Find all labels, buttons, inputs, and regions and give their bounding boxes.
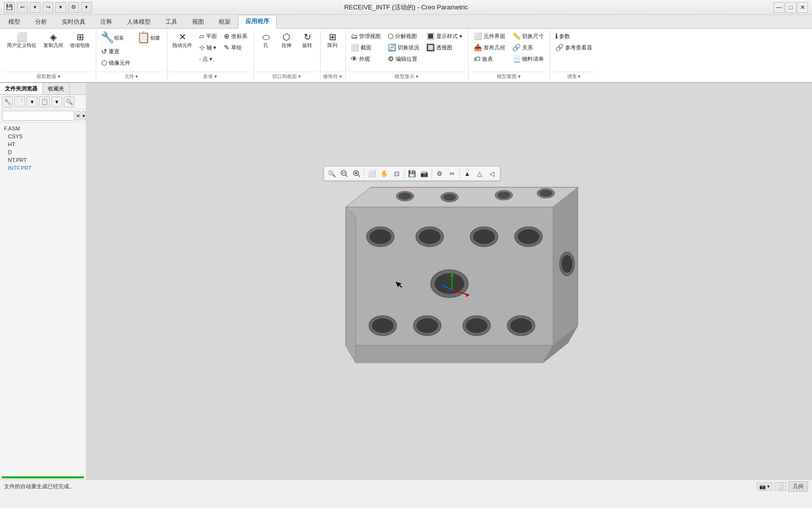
3d-viewport[interactable] (86, 83, 812, 479)
group-cut-surface: ⬭ 孔 ⬡ 拉伸 ↻ 旋转 切口和曲面 ▾ (254, 30, 321, 81)
status-message: 文件的自动重生成已经完成。 (4, 483, 75, 490)
camera-icon[interactable]: 📷▾ (757, 482, 772, 491)
maximize-button[interactable]: □ (785, 2, 796, 13)
relation-button[interactable]: 🔗 关系 (509, 42, 547, 53)
tab-analysis[interactable]: 分析 (28, 15, 54, 29)
tab-annotation[interactable]: 注释 (93, 15, 120, 29)
tab-tools[interactable]: 工具 (158, 15, 185, 29)
undo-button[interactable]: ↩ (17, 2, 28, 13)
tab-frame[interactable]: 框架 (211, 15, 238, 29)
qa-dropdown[interactable]: ▾ (81, 2, 92, 13)
toolbar-separator-2 (404, 169, 405, 178)
settings-button[interactable]: ⚙ (434, 168, 446, 179)
minimize-button[interactable]: — (773, 2, 784, 13)
svg-point-21 (518, 229, 539, 244)
manage-views-button[interactable]: 🗂 管理视图 (348, 31, 384, 42)
zoom-out-button[interactable] (338, 168, 350, 179)
group-investigate-label[interactable]: 调查 ▾ (552, 72, 595, 80)
sidebar-tool-5[interactable]: 🔍 (64, 96, 75, 107)
display-style-button[interactable]: 🔳 显示样式 ▾ (423, 31, 465, 42)
tab-view[interactable]: 视图 (185, 15, 211, 29)
create-button[interactable]: 📋 创建 (134, 31, 164, 45)
sidebar-tool-dropdown[interactable]: ▾ (27, 96, 38, 107)
cut-button[interactable]: ✂ (446, 168, 458, 179)
shrink-wrap-button[interactable]: ⊞ 收缩包络 (67, 31, 93, 50)
group-datum-label[interactable]: 基准 ▾ (169, 72, 250, 80)
group-get-data-label[interactable]: 获取数据 ▾ (4, 72, 93, 80)
search-clear-button[interactable]: ✕ (76, 111, 81, 120)
redo-button[interactable]: ↪ (42, 2, 53, 13)
save-button[interactable]: 💾 (4, 2, 15, 13)
zoom-box-button[interactable]: ⊡ (391, 168, 403, 179)
appearance-button[interactable]: 👁 外观 (348, 53, 384, 64)
point-button[interactable]: · 点 ▾ (196, 53, 220, 64)
mirror-component-button[interactable]: ⬡ 镜像元件 (98, 57, 133, 68)
family-table-button[interactable]: 🏷 族表 (471, 53, 508, 64)
reset-button[interactable]: ↺ 重置 (98, 46, 133, 57)
tab-model[interactable]: 模型 (1, 15, 28, 29)
tree-item-ht[interactable]: HT (0, 140, 86, 148)
axis-button[interactable]: ⊹ 轴 ▾ (196, 42, 220, 53)
close-button[interactable]: ✕ (797, 2, 808, 13)
undo-dropdown[interactable]: ▾ (30, 2, 41, 13)
search-dropdown-button[interactable]: ▾ (82, 111, 85, 120)
tab-favorites[interactable]: 收藏夹 (43, 83, 70, 94)
sidebar-tool-1[interactable]: 🔧 (2, 96, 13, 107)
zoom-in-button[interactable]: 🔍 (326, 168, 338, 179)
diagram-col1: ⬜ 元件界面 📤 发布几何 🏷 族表 (471, 31, 508, 64)
publish-geometry-button[interactable]: 📤 发布几何 (471, 42, 508, 53)
group-cut-label[interactable]: 切口和曲面 ▾ (256, 72, 317, 80)
sidebar-tool-2[interactable]: 📄 (14, 96, 25, 107)
tab-human[interactable]: 人体模型 (120, 15, 158, 29)
hole-button[interactable]: ⬭ 孔 (256, 31, 276, 50)
save-view-button[interactable]: 💾 (406, 168, 418, 179)
group-component-label[interactable]: 元件 ▾ (98, 72, 164, 80)
switch-state-button[interactable]: 🔄 切换状况 (385, 42, 422, 53)
move-component-button[interactable]: ✕ 指动元件 (169, 31, 195, 50)
coord-system-button[interactable]: ⊕ 坐标系 (221, 31, 250, 42)
group-modifier-label[interactable]: 修饰符 ▾ (323, 72, 342, 80)
switch-dimension-button[interactable]: 📏 切换尺寸 (509, 31, 547, 42)
screenshot-button[interactable]: 📸 (418, 168, 430, 179)
fit-all-button[interactable] (351, 168, 363, 179)
sidebar-tool-3[interactable]: 📋 (39, 96, 50, 107)
triangle-button[interactable]: ▲ (461, 168, 473, 179)
tree-item-intf[interactable]: INTF.PRT (0, 164, 86, 172)
tree-item-d[interactable]: D (0, 148, 86, 156)
group-diagram-label[interactable]: 模型窗图 ▾ (471, 72, 547, 80)
section-button[interactable]: ⬜ 截面 (348, 42, 384, 53)
back-button[interactable]: ◁ (486, 168, 498, 179)
sidebar-tool-4[interactable]: ▾ (51, 96, 62, 107)
geometry-button[interactable]: 几何 (788, 481, 808, 492)
parameter-button[interactable]: ℹ 参数 (552, 31, 595, 42)
copy-geometry-button[interactable]: ◈ 复制几何 (41, 31, 66, 50)
tree-item-asm[interactable]: F.ASM (0, 125, 86, 132)
customize-button[interactable]: ⚙ (68, 2, 79, 13)
revolve-button[interactable]: ↻ 旋转 (297, 31, 317, 50)
tree-item-nt[interactable]: NT.PRT (0, 156, 86, 164)
perspective-button[interactable]: 🔲 透视图 (423, 42, 465, 53)
box-zoom-button[interactable]: ⬜ (366, 168, 378, 179)
tab-simulation[interactable]: 实时仿真 (54, 15, 93, 29)
wireframe-button[interactable]: △ (474, 168, 486, 179)
reference-viewer-button[interactable]: 🔗 参考查看器 (552, 42, 595, 53)
explode-button[interactable]: ⬡ 分解视图 (385, 31, 422, 42)
edit-position-button[interactable]: ⚙ 编辑位置 (385, 53, 422, 64)
tree-item-csys[interactable]: CSYS (0, 132, 86, 140)
group-display-label[interactable]: 模型显示 ▾ (348, 72, 465, 80)
component-interface-button[interactable]: ⬜ 元件界面 (471, 31, 508, 42)
user-defined-feature-button[interactable]: ⬜ 用户定义特征 (4, 31, 40, 50)
tab-folder-browser[interactable]: 文件夹浏览器 (0, 83, 43, 94)
redo-dropdown[interactable]: ▾ (55, 2, 66, 13)
sketch-button[interactable]: ✎ 草绘 (221, 42, 250, 53)
sidebar-search-input[interactable] (2, 111, 74, 121)
pattern-button[interactable]: ⊞ 阵列 (323, 31, 342, 50)
layout-icon[interactable]: ⬜ (774, 482, 786, 491)
investigate-col: ℹ 参数 🔗 参考查看器 (552, 31, 595, 53)
bom-button[interactable]: 📃 物料清单 (509, 53, 547, 64)
extrude-button[interactable]: ⬡ 拉伸 (277, 31, 296, 50)
pan-button[interactable]: ✋ (378, 168, 390, 179)
tab-application[interactable]: 应用程序 (238, 15, 277, 29)
assemble-button[interactable]: 🔧 组装 (98, 31, 133, 45)
plane-button[interactable]: ▱ 平面 (196, 31, 220, 42)
